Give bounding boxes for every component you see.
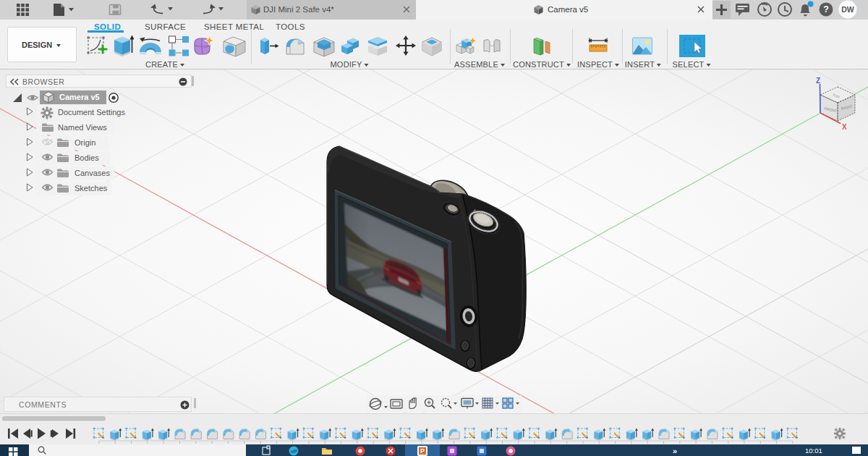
svg-text:X: X [842, 123, 847, 131]
svg-text:P: P [420, 447, 425, 455]
svg-text:?: ? [823, 4, 829, 14]
svg-text:»: » [673, 447, 677, 455]
svg-text:Z: Z [816, 77, 820, 85]
svg-text:10:01: 10:01 [805, 447, 822, 455]
svg-text:DW: DW [841, 5, 854, 14]
